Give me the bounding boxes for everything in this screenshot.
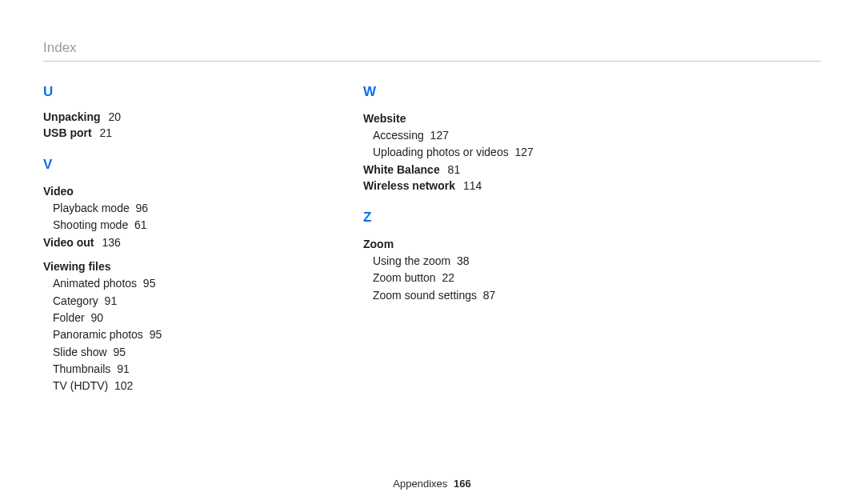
index-columns: U Unpacking 20 USB port 21 V Video Playb… [43,82,821,394]
index-page-ref[interactable]: 21 [100,126,113,139]
index-term: White Balance [363,163,440,176]
index-sub-label: Using the zoom [373,254,450,267]
index-subentries-viewing: Animated photos 95 Category 91 Folder 90… [43,275,267,394]
index-subentry: Using the zoom 38 [373,253,587,269]
index-subentry: Animated photos 95 [53,275,267,291]
index-subentry: Shooting mode 61 [53,217,267,233]
index-sub-label: Playback mode [53,202,130,214]
index-subentry: Playback mode 96 [53,200,267,216]
index-subentries-zoom: Using the zoom 38 Zoom button 22 Zoom so… [363,253,587,303]
index-page-ref[interactable]: 20 [108,110,121,123]
index-entry-unpacking: Unpacking 20 [43,109,267,125]
index-entry-video: Video [43,183,267,199]
index-page-ref[interactable]: 114 [463,179,482,192]
footer-section: Appendixes [393,478,447,490]
index-page-ref[interactable]: 127 [430,129,449,142]
index-subentry: Accessing 127 [373,127,587,143]
index-sub-label: TV (HDTV) [53,379,108,392]
index-subentry: Folder 90 [53,310,267,326]
index-subentry: Category 91 [53,293,267,309]
index-page-ref[interactable]: 102 [114,379,133,392]
index-letter-z: Z [363,208,587,228]
index-letter-w: W [363,82,587,102]
index-column-2: W Website Accessing 127 Uploading photos… [363,82,587,394]
index-term: Unpacking [43,110,101,123]
index-page-ref[interactable]: 95 [143,277,156,290]
index-subentry: Slide show 95 [53,344,267,360]
index-subentry: Uploading photos or videos 127 [373,144,587,160]
index-term: Video out [43,236,94,249]
index-entry-wireless-network: Wireless network 114 [363,178,587,194]
index-subentries-video: Playback mode 96 Shooting mode 61 [43,200,267,234]
index-page-ref[interactable]: 95 [150,328,162,341]
index-entry-zoom: Zoom [363,236,587,252]
index-subentry: Panoramic photos 95 [53,326,267,342]
index-sub-label: Zoom sound settings [373,289,477,302]
index-entry-website: Website [363,110,587,126]
index-entry-video-out: Video out 136 [43,234,267,250]
index-sub-label: Accessing [373,129,424,142]
index-subentry: Zoom button 22 [373,270,587,286]
index-page: Index U Unpacking 20 USB port 21 V Video… [0,0,864,504]
index-subentry: TV (HDTV) 102 [53,378,267,394]
index-sub-label: Category [53,294,98,307]
index-term: USB port [43,126,92,139]
index-sub-label: Thumbnails [53,362,110,375]
index-entry-white-balance: White Balance 81 [363,162,587,178]
index-page-ref[interactable]: 91 [105,294,118,307]
index-sub-label: Folder [53,311,85,324]
index-sub-label: Shooting mode [53,218,128,231]
index-page-ref[interactable]: 87 [483,289,496,302]
footer-page-number: 166 [454,478,471,490]
index-page-ref[interactable]: 127 [514,146,533,158]
index-page-ref[interactable]: 22 [442,271,454,284]
index-entry-usb-port: USB port 21 [43,125,267,141]
index-subentries-website: Accessing 127 Uploading photos or videos… [363,127,587,161]
index-sub-label: Uploading photos or videos [373,146,509,158]
index-sub-label: Animated photos [53,277,137,290]
index-page-ref[interactable]: 96 [136,202,149,214]
index-subentry: Zoom sound settings 87 [373,287,587,303]
index-column-1: U Unpacking 20 USB port 21 V Video Playb… [43,82,267,394]
page-header: Index [43,40,821,62]
index-sub-label: Slide show [53,346,107,358]
index-page-ref[interactable]: 91 [117,362,130,375]
index-page-ref[interactable]: 136 [102,236,120,249]
index-page-ref[interactable]: 90 [90,311,103,324]
index-subentry: Thumbnails 91 [53,361,267,377]
index-page-ref[interactable]: 95 [113,346,126,358]
index-page-ref[interactable]: 61 [134,218,147,231]
index-letter-u: U [43,82,267,102]
index-term: Wireless network [363,179,455,192]
index-page-ref[interactable]: 81 [448,163,461,176]
index-sub-label: Zoom button [373,271,436,284]
index-letter-v: V [43,155,267,175]
index-entry-viewing-files: Viewing files [43,258,267,274]
index-page-ref[interactable]: 38 [457,254,470,267]
page-footer: Appendixes 166 [0,478,864,490]
index-sub-label: Panoramic photos [53,328,143,341]
